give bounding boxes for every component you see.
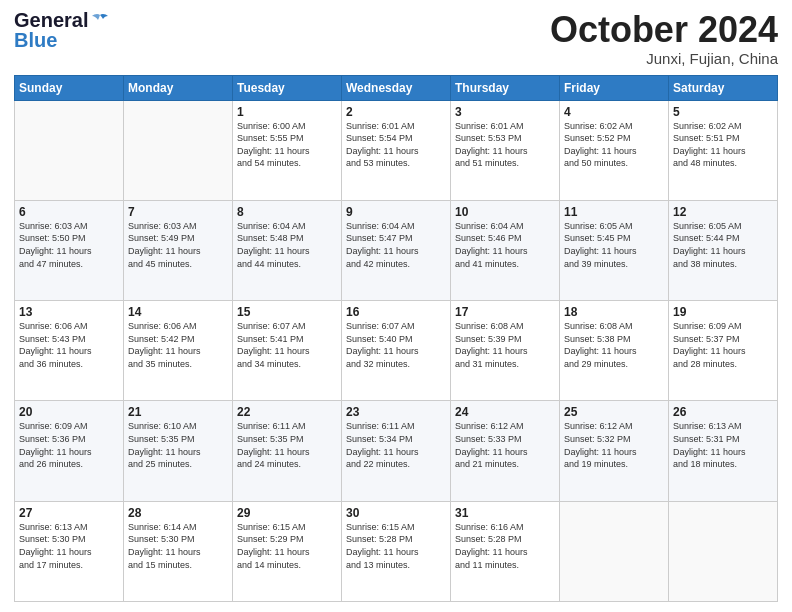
day-number: 9 [346, 205, 446, 219]
calendar-cell: 17Sunrise: 6:08 AM Sunset: 5:39 PM Dayli… [451, 301, 560, 401]
title-area: October 2024 Junxi, Fujian, China [550, 10, 778, 67]
calendar-dow-monday: Monday [124, 75, 233, 100]
day-number: 6 [19, 205, 119, 219]
calendar-dow-sunday: Sunday [15, 75, 124, 100]
calendar-week-row: 6Sunrise: 6:03 AM Sunset: 5:50 PM Daylig… [15, 200, 778, 300]
calendar-week-row: 20Sunrise: 6:09 AM Sunset: 5:36 PM Dayli… [15, 401, 778, 501]
cell-content: Sunrise: 6:00 AM Sunset: 5:55 PM Dayligh… [237, 120, 337, 170]
cell-content: Sunrise: 6:08 AM Sunset: 5:39 PM Dayligh… [455, 320, 555, 370]
day-number: 22 [237, 405, 337, 419]
day-number: 14 [128, 305, 228, 319]
location: Junxi, Fujian, China [550, 50, 778, 67]
cell-content: Sunrise: 6:12 AM Sunset: 5:32 PM Dayligh… [564, 420, 664, 470]
cell-content: Sunrise: 6:01 AM Sunset: 5:53 PM Dayligh… [455, 120, 555, 170]
calendar-cell: 29Sunrise: 6:15 AM Sunset: 5:29 PM Dayli… [233, 501, 342, 601]
calendar-cell: 28Sunrise: 6:14 AM Sunset: 5:30 PM Dayli… [124, 501, 233, 601]
calendar-cell: 21Sunrise: 6:10 AM Sunset: 5:35 PM Dayli… [124, 401, 233, 501]
day-number: 16 [346, 305, 446, 319]
day-number: 31 [455, 506, 555, 520]
calendar-week-row: 27Sunrise: 6:13 AM Sunset: 5:30 PM Dayli… [15, 501, 778, 601]
calendar-dow-saturday: Saturday [669, 75, 778, 100]
cell-content: Sunrise: 6:15 AM Sunset: 5:28 PM Dayligh… [346, 521, 446, 571]
day-number: 12 [673, 205, 773, 219]
logo-blue-text: Blue [14, 29, 57, 51]
day-number: 19 [673, 305, 773, 319]
day-number: 7 [128, 205, 228, 219]
day-number: 15 [237, 305, 337, 319]
cell-content: Sunrise: 6:09 AM Sunset: 5:37 PM Dayligh… [673, 320, 773, 370]
calendar-cell: 23Sunrise: 6:11 AM Sunset: 5:34 PM Dayli… [342, 401, 451, 501]
calendar-cell: 25Sunrise: 6:12 AM Sunset: 5:32 PM Dayli… [560, 401, 669, 501]
cell-content: Sunrise: 6:09 AM Sunset: 5:36 PM Dayligh… [19, 420, 119, 470]
calendar-dow-wednesday: Wednesday [342, 75, 451, 100]
day-number: 23 [346, 405, 446, 419]
calendar-cell: 20Sunrise: 6:09 AM Sunset: 5:36 PM Dayli… [15, 401, 124, 501]
calendar-cell: 6Sunrise: 6:03 AM Sunset: 5:50 PM Daylig… [15, 200, 124, 300]
calendar-cell: 10Sunrise: 6:04 AM Sunset: 5:46 PM Dayli… [451, 200, 560, 300]
header: General Blue October 2024 Junxi, Fujian,… [14, 10, 778, 67]
cell-content: Sunrise: 6:07 AM Sunset: 5:41 PM Dayligh… [237, 320, 337, 370]
calendar-cell: 14Sunrise: 6:06 AM Sunset: 5:42 PM Dayli… [124, 301, 233, 401]
cell-content: Sunrise: 6:12 AM Sunset: 5:33 PM Dayligh… [455, 420, 555, 470]
cell-content: Sunrise: 6:16 AM Sunset: 5:28 PM Dayligh… [455, 521, 555, 571]
calendar-cell: 4Sunrise: 6:02 AM Sunset: 5:52 PM Daylig… [560, 100, 669, 200]
calendar-cell: 12Sunrise: 6:05 AM Sunset: 5:44 PM Dayli… [669, 200, 778, 300]
calendar-week-row: 1Sunrise: 6:00 AM Sunset: 5:55 PM Daylig… [15, 100, 778, 200]
calendar-dow-tuesday: Tuesday [233, 75, 342, 100]
calendar-cell: 3Sunrise: 6:01 AM Sunset: 5:53 PM Daylig… [451, 100, 560, 200]
day-number: 24 [455, 405, 555, 419]
day-number: 27 [19, 506, 119, 520]
calendar-dow-thursday: Thursday [451, 75, 560, 100]
main-container: General Blue October 2024 Junxi, Fujian,… [0, 0, 792, 612]
cell-content: Sunrise: 6:02 AM Sunset: 5:52 PM Dayligh… [564, 120, 664, 170]
cell-content: Sunrise: 6:15 AM Sunset: 5:29 PM Dayligh… [237, 521, 337, 571]
logo-general-text: General [14, 10, 88, 30]
cell-content: Sunrise: 6:02 AM Sunset: 5:51 PM Dayligh… [673, 120, 773, 170]
calendar-week-row: 13Sunrise: 6:06 AM Sunset: 5:43 PM Dayli… [15, 301, 778, 401]
cell-content: Sunrise: 6:05 AM Sunset: 5:45 PM Dayligh… [564, 220, 664, 270]
calendar-header-row: SundayMondayTuesdayWednesdayThursdayFrid… [15, 75, 778, 100]
day-number: 13 [19, 305, 119, 319]
day-number: 4 [564, 105, 664, 119]
logo: General Blue [14, 10, 110, 50]
cell-content: Sunrise: 6:13 AM Sunset: 5:31 PM Dayligh… [673, 420, 773, 470]
cell-content: Sunrise: 6:04 AM Sunset: 5:48 PM Dayligh… [237, 220, 337, 270]
calendar-dow-friday: Friday [560, 75, 669, 100]
cell-content: Sunrise: 6:03 AM Sunset: 5:50 PM Dayligh… [19, 220, 119, 270]
cell-content: Sunrise: 6:06 AM Sunset: 5:42 PM Dayligh… [128, 320, 228, 370]
cell-content: Sunrise: 6:05 AM Sunset: 5:44 PM Dayligh… [673, 220, 773, 270]
day-number: 11 [564, 205, 664, 219]
calendar-cell [15, 100, 124, 200]
calendar-cell: 27Sunrise: 6:13 AM Sunset: 5:30 PM Dayli… [15, 501, 124, 601]
cell-content: Sunrise: 6:08 AM Sunset: 5:38 PM Dayligh… [564, 320, 664, 370]
day-number: 29 [237, 506, 337, 520]
calendar-cell: 2Sunrise: 6:01 AM Sunset: 5:54 PM Daylig… [342, 100, 451, 200]
calendar-cell [124, 100, 233, 200]
day-number: 28 [128, 506, 228, 520]
calendar-cell: 26Sunrise: 6:13 AM Sunset: 5:31 PM Dayli… [669, 401, 778, 501]
calendar-cell: 1Sunrise: 6:00 AM Sunset: 5:55 PM Daylig… [233, 100, 342, 200]
day-number: 1 [237, 105, 337, 119]
calendar-cell: 15Sunrise: 6:07 AM Sunset: 5:41 PM Dayli… [233, 301, 342, 401]
day-number: 2 [346, 105, 446, 119]
calendar-cell: 24Sunrise: 6:12 AM Sunset: 5:33 PM Dayli… [451, 401, 560, 501]
cell-content: Sunrise: 6:06 AM Sunset: 5:43 PM Dayligh… [19, 320, 119, 370]
cell-content: Sunrise: 6:11 AM Sunset: 5:35 PM Dayligh… [237, 420, 337, 470]
day-number: 10 [455, 205, 555, 219]
calendar-cell: 7Sunrise: 6:03 AM Sunset: 5:49 PM Daylig… [124, 200, 233, 300]
day-number: 5 [673, 105, 773, 119]
calendar-cell: 30Sunrise: 6:15 AM Sunset: 5:28 PM Dayli… [342, 501, 451, 601]
cell-content: Sunrise: 6:04 AM Sunset: 5:46 PM Dayligh… [455, 220, 555, 270]
logo-bird-icon [90, 13, 110, 29]
day-number: 18 [564, 305, 664, 319]
cell-content: Sunrise: 6:03 AM Sunset: 5:49 PM Dayligh… [128, 220, 228, 270]
day-number: 26 [673, 405, 773, 419]
calendar-cell: 8Sunrise: 6:04 AM Sunset: 5:48 PM Daylig… [233, 200, 342, 300]
calendar-table: SundayMondayTuesdayWednesdayThursdayFrid… [14, 75, 778, 602]
calendar-cell: 16Sunrise: 6:07 AM Sunset: 5:40 PM Dayli… [342, 301, 451, 401]
calendar-cell: 5Sunrise: 6:02 AM Sunset: 5:51 PM Daylig… [669, 100, 778, 200]
day-number: 17 [455, 305, 555, 319]
cell-content: Sunrise: 6:10 AM Sunset: 5:35 PM Dayligh… [128, 420, 228, 470]
calendar-cell: 22Sunrise: 6:11 AM Sunset: 5:35 PM Dayli… [233, 401, 342, 501]
calendar-cell: 18Sunrise: 6:08 AM Sunset: 5:38 PM Dayli… [560, 301, 669, 401]
